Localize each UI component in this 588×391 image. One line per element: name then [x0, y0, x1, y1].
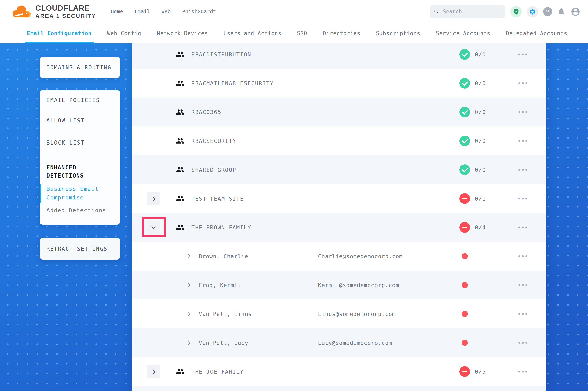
top-header: CLOUDFLARE AREA 1 SECURITY Home Email We… — [0, 0, 588, 23]
row-actions-menu[interactable] — [518, 140, 527, 142]
row-actions-menu[interactable] — [518, 313, 527, 315]
group-people-icon — [176, 50, 185, 59]
tab-web-config[interactable]: Web Config — [105, 23, 143, 43]
status-dot-blocked — [462, 311, 468, 317]
header-right-cluster: ? — [430, 5, 581, 18]
brand-subbrand: AREA 1 SECURITY — [35, 13, 96, 19]
expand-group-button[interactable] — [147, 365, 160, 378]
tab-subscriptions[interactable]: Subscriptions — [374, 23, 422, 43]
member-chevron-icon[interactable] — [186, 254, 191, 258]
group-count: 0/1 — [475, 195, 486, 202]
nav-home[interactable]: Home — [111, 8, 123, 14]
sidebar-card-domains-routing[interactable]: DOMAINS & ROUTING — [40, 57, 120, 78]
group-people-icon — [176, 79, 185, 88]
group-count: 0/0 — [475, 51, 486, 58]
table-row-group: THE JOE FAMILY 0/5 — [132, 357, 546, 386]
security-shield-button[interactable] — [510, 6, 522, 17]
cloudflare-logo[interactable]: CLOUDFLARE AREA 1 SECURITY — [12, 4, 96, 19]
row-actions-menu[interactable] — [518, 342, 527, 344]
status-badge-blocked — [459, 366, 470, 377]
group-name: RBACMAILENABLESECURITY — [191, 80, 274, 86]
table-row-group: THE BROWN FAMILY 0/4 — [132, 213, 546, 242]
table-row-group: TEST TEAM SITE 0/1 — [132, 184, 546, 213]
table-row-member: Frog, Kermit Kermit@somedemocorp.com — [132, 271, 546, 299]
account-circle-icon — [571, 7, 581, 16]
brand-wordmark: CLOUDFLARE — [35, 4, 96, 12]
chevron-right-icon — [151, 370, 155, 374]
nav-email[interactable]: Email — [135, 8, 150, 14]
logo-text: CLOUDFLARE AREA 1 SECURITY — [35, 4, 96, 19]
tab-sso[interactable]: SSO — [295, 23, 309, 43]
member-chevron-icon[interactable] — [186, 340, 191, 345]
table-row-group: RBACDISTRUBUTION 0/0 — [132, 43, 546, 69]
status-dot-blocked — [462, 282, 468, 288]
sidebar-item-business-email-compromise[interactable]: Business Email Compromise — [46, 185, 108, 202]
group-people-icon — [176, 165, 185, 174]
row-actions-menu[interactable] — [518, 371, 527, 372]
table-row-group: SHARED_GROUP 0/0 — [132, 155, 546, 184]
status-badge-ok — [459, 107, 470, 117]
settings-button[interactable] — [527, 6, 538, 17]
row-actions-menu[interactable] — [518, 169, 527, 171]
sidebar-item-domains-routing[interactable]: DOMAINS & ROUTING — [40, 64, 111, 71]
search-box[interactable] — [430, 5, 505, 18]
status-dot-blocked — [462, 340, 468, 346]
sidebar-card-retract-settings[interactable]: RETRACT SETTINGS — [40, 238, 120, 260]
notifications-button[interactable] — [557, 7, 566, 16]
status-badge-blocked — [459, 193, 470, 204]
tab-service-accounts[interactable]: Service Accounts — [434, 23, 492, 43]
group-name: THE BROWN FAMILY — [191, 224, 251, 230]
nav-web[interactable]: Web — [161, 8, 171, 14]
sidebar-item-retract-settings[interactable]: RETRACT SETTINGS — [40, 246, 108, 252]
sidebar-item-added-detections[interactable]: Added Detections — [46, 207, 120, 213]
row-actions-menu[interactable] — [518, 255, 527, 257]
sidebar-item-enhanced-detections[interactable]: ENHANCED DETECTIONS — [46, 163, 108, 180]
status-badge-ok — [459, 164, 470, 175]
search-icon — [434, 8, 439, 15]
group-name: SHARED_GROUP — [191, 167, 236, 173]
tab-users-and-actions[interactable]: Users and Actions — [222, 23, 284, 43]
tab-directories[interactable]: Directories — [321, 23, 362, 43]
member-chevron-icon[interactable] — [186, 312, 191, 316]
sidebar-item-block-list[interactable]: BLOCK LIST — [40, 131, 120, 154]
member-email: Kermit@somedemocorp.com — [318, 282, 399, 288]
row-actions-menu[interactable] — [518, 226, 527, 228]
member-email: Charlie@somedemocorp.com — [318, 253, 403, 259]
member-name: Van Pelt, Lucy — [199, 339, 248, 346]
table-row-group: RBACMAILENABLESECURITY 0/0 — [132, 69, 546, 98]
table-row-member: Van Pelt, Linus Linus@somedemocorp.com — [132, 299, 546, 328]
row-actions-menu[interactable] — [518, 197, 527, 199]
member-chevron-icon[interactable] — [186, 283, 191, 287]
gear-icon — [529, 8, 536, 15]
group-name: RBACO365 — [191, 109, 221, 115]
group-count: 0/0 — [475, 167, 486, 173]
search-input[interactable] — [442, 8, 501, 15]
secondary-nav: Email Configuration Web Config Network D… — [0, 23, 588, 43]
member-name: Brown, Charlie — [199, 253, 248, 259]
left-sidebar-region: DOMAINS & ROUTING EMAIL POLICIES ALLOW L… — [0, 43, 132, 391]
status-badge-blocked — [459, 222, 470, 233]
main-area: DOMAINS & ROUTING EMAIL POLICIES ALLOW L… — [0, 43, 588, 391]
member-name: Van Pelt, Linus — [199, 311, 252, 317]
status-badge-ok — [459, 78, 470, 89]
group-count: 0/5 — [475, 368, 486, 375]
row-actions-menu[interactable] — [518, 111, 527, 113]
account-button[interactable] — [571, 7, 581, 16]
sidebar-item-email-policies[interactable]: EMAIL POLICIES — [40, 90, 120, 110]
group-people-icon — [176, 223, 185, 232]
expand-group-button[interactable] — [147, 192, 160, 205]
sidebar-section-enhanced-detections: ENHANCED DETECTIONS Business Email Compr… — [40, 154, 120, 224]
table-row-partial — [132, 386, 546, 391]
chevron-down-icon — [151, 224, 155, 229]
sidebar-item-allow-list[interactable]: ALLOW LIST — [40, 110, 120, 131]
row-actions-menu[interactable] — [518, 82, 527, 84]
row-actions-menu[interactable] — [518, 284, 527, 286]
row-actions-menu[interactable] — [518, 54, 527, 55]
group-people-icon — [176, 194, 185, 203]
help-button[interactable]: ? — [543, 7, 552, 16]
tab-network-devices[interactable]: Network Devices — [155, 23, 210, 43]
tab-delegated-accounts[interactable]: Delegated Accounts — [504, 23, 569, 43]
nav-phishguard[interactable]: PhishGuard™ — [182, 8, 216, 14]
collapse-group-button[interactable] — [147, 221, 160, 234]
tab-email-configuration[interactable]: Email Configuration — [25, 23, 94, 43]
